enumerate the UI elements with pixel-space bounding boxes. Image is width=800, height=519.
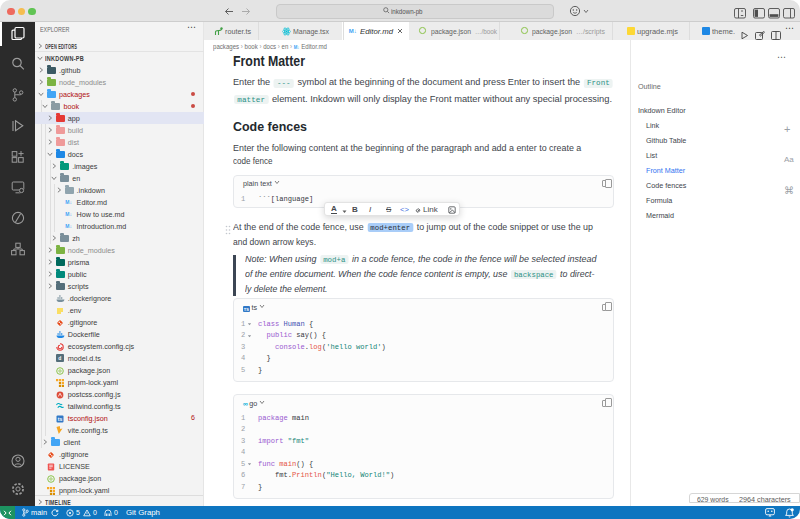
svg-text:ts: ts	[58, 416, 63, 422]
